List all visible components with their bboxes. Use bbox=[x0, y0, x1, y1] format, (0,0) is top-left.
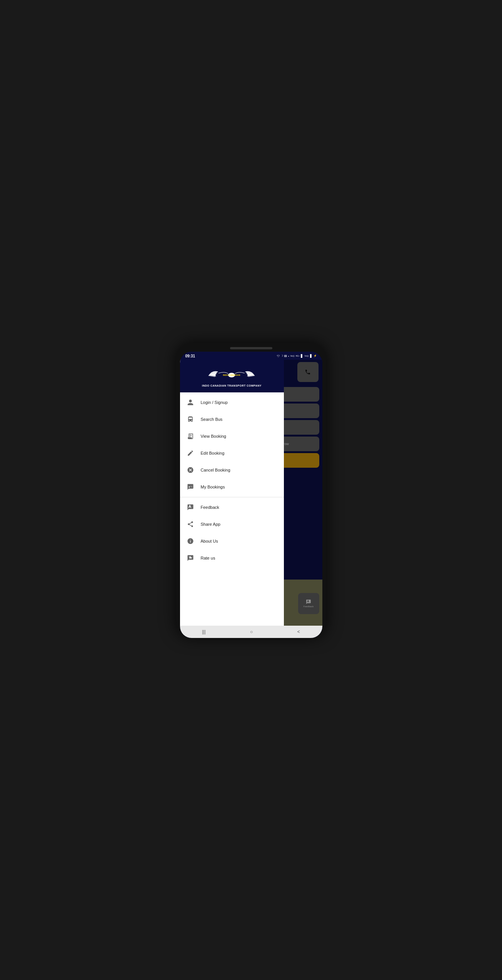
picture-icon: 🖼 bbox=[284, 355, 287, 357]
recents-button[interactable]: ||| bbox=[197, 628, 210, 636]
phone-frame: 09:31 🛡 ☽ 🖼 • Vo)) 4G↕ ▋ Vo)) ▋ ⚡ bbox=[176, 343, 326, 637]
signal1-icon: ▋ bbox=[301, 354, 303, 358]
moon-icon: ☽ bbox=[281, 354, 283, 357]
home-button[interactable]: ○ bbox=[245, 628, 257, 636]
info-icon bbox=[186, 537, 195, 545]
4g-icon: 4G↕ bbox=[295, 355, 300, 357]
rate-icon bbox=[186, 554, 195, 562]
menu-item-rate-us[interactable]: Rate us bbox=[180, 550, 284, 566]
share-icon bbox=[186, 520, 195, 528]
status-bar: 09:31 🛡 ☽ 🖼 • Vo)) 4G↕ ▋ Vo)) ▋ ⚡ bbox=[180, 352, 322, 360]
drawer-header: INDO-CANADIAN INDO CANADIAN TRANSPORT CO… bbox=[180, 360, 284, 392]
status-icons: 🛡 ☽ 🖼 • Vo)) 4G↕ ▋ Vo)) ▋ ⚡ bbox=[277, 354, 317, 358]
svg-text:INDO-CANADIAN: INDO-CANADIAN bbox=[223, 374, 240, 376]
feedback-label: Feedback bbox=[201, 505, 219, 510]
svg-rect-4 bbox=[189, 436, 190, 437]
edit-icon bbox=[186, 449, 195, 457]
bus-icon bbox=[186, 415, 195, 424]
battery-icon: ⚡ bbox=[314, 354, 317, 357]
menu-item-feedback[interactable]: Feedback bbox=[180, 499, 284, 516]
search-bus-label: Search Bus bbox=[201, 417, 223, 422]
cancel-icon bbox=[186, 466, 195, 474]
star-badge-icon bbox=[186, 483, 195, 491]
menu-item-search-bus[interactable]: Search Bus bbox=[180, 411, 284, 428]
back-button[interactable]: < bbox=[293, 628, 305, 636]
menu-item-edit-booking[interactable]: Edit Booking bbox=[180, 445, 284, 462]
menu-item-share-app[interactable]: Share App bbox=[180, 516, 284, 533]
screen-content: Tomorrow Feedback bbox=[180, 360, 322, 626]
vol2-icon: Vo)) bbox=[304, 355, 309, 357]
menu-item-my-bookings[interactable]: My Bookings bbox=[180, 478, 284, 495]
logo-container: INDO-CANADIAN INDO CANADIAN TRANSPORT CO… bbox=[202, 366, 262, 387]
menu-item-cancel-booking[interactable]: Cancel Booking bbox=[180, 462, 284, 478]
menu-divider bbox=[180, 497, 284, 497]
signal2-icon: ▋ bbox=[310, 354, 312, 358]
menu-item-login[interactable]: Login / Signup bbox=[180, 394, 284, 411]
logo-wings-svg: INDO-CANADIAN bbox=[207, 366, 257, 383]
share-app-label: Share App bbox=[201, 522, 220, 527]
navigation-drawer: INDO-CANADIAN INDO CANADIAN TRANSPORT CO… bbox=[180, 360, 284, 626]
my-bookings-label: My Bookings bbox=[201, 485, 225, 489]
about-us-label: About Us bbox=[201, 539, 218, 543]
shield-icon: 🛡 bbox=[277, 355, 280, 357]
feedback-icon bbox=[186, 503, 195, 512]
view-booking-label: View Booking bbox=[201, 434, 226, 439]
phone-screen: 09:31 🛡 ☽ 🖼 • Vo)) 4G↕ ▋ Vo)) ▋ ⚡ bbox=[180, 352, 322, 638]
dot-icon: • bbox=[288, 355, 289, 357]
status-time: 09:31 bbox=[185, 354, 195, 358]
person-icon bbox=[186, 398, 195, 407]
vol1-icon: Vo)) bbox=[290, 355, 294, 357]
phone-notch bbox=[230, 347, 272, 349]
company-subtitle: INDO CANADIAN TRANSPORT COMPANY bbox=[202, 384, 262, 387]
menu-item-about-us[interactable]: About Us bbox=[180, 533, 284, 550]
svg-rect-3 bbox=[189, 435, 192, 436]
menu-item-view-booking[interactable]: View Booking bbox=[180, 428, 284, 445]
cancel-booking-label: Cancel Booking bbox=[201, 468, 230, 472]
drawer-menu: Login / Signup Search Bus bbox=[180, 392, 284, 626]
login-label: Login / Signup bbox=[201, 400, 228, 405]
edit-booking-label: Edit Booking bbox=[201, 451, 225, 455]
svg-rect-2 bbox=[189, 435, 191, 435]
receipt-icon bbox=[186, 432, 195, 440]
bottom-navigation: ||| ○ < bbox=[180, 626, 322, 638]
rate-us-label: Rate us bbox=[201, 556, 215, 560]
